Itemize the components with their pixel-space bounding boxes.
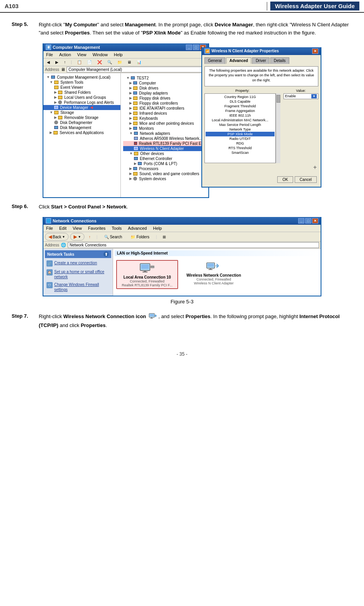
- nc-conn-wireless[interactable]: Wireless Network Connection Connected, F…: [183, 260, 245, 289]
- cm-tree-root[interactable]: ▼ Computer Management (Local): [43, 75, 120, 80]
- cm-toolbar-btn1[interactable]: 📋: [75, 59, 84, 65]
- props-tab-advanced[interactable]: Advanced: [226, 57, 252, 64]
- props-item-frame[interactable]: Frame Aggregation: [206, 108, 275, 113]
- dev-diskdrives[interactable]: ▶ Disk drives: [123, 86, 206, 91]
- props-item-rts[interactable]: RTS Threshold: [206, 146, 275, 150]
- cm-maximize-btn[interactable]: □: [193, 45, 199, 50]
- cm-menubar: File Action View Window Help: [43, 51, 208, 59]
- dev-monitors[interactable]: ▶ Monitors: [123, 126, 206, 131]
- props-item-ieee[interactable]: IEEE 802.11h: [206, 113, 275, 118]
- dev-ports[interactable]: ▶ Ports (COM & LPT): [123, 161, 206, 166]
- dev-realtek[interactable]: Realtek RTL8139 Family PCI Fast E...: [123, 141, 206, 146]
- props-item-nettype[interactable]: Network Type: [206, 127, 275, 132]
- props-value-col: Value: Enable ▼: [283, 89, 318, 163]
- cm-minimize-btn[interactable]: _: [186, 45, 192, 50]
- nc-view-btn[interactable]: ⊞: [160, 234, 168, 240]
- dev-netadap[interactable]: ▼ Network adapters: [123, 131, 206, 136]
- cm-tree-diskdefrag[interactable]: Disk Defragmenter: [43, 120, 120, 125]
- props-list-scrollbar[interactable]: [276, 93, 280, 163]
- cm-tree-removable[interactable]: ▶ Removable Storage: [43, 115, 120, 120]
- dev-displayadap[interactable]: ▶ Display adapters: [123, 91, 206, 96]
- cm-tree-sharedfolders[interactable]: ▶ Shared Folders: [43, 90, 120, 95]
- props-cancel-btn[interactable]: Cancel: [295, 176, 317, 183]
- props-item-radio[interactable]: Radio UT/DIT: [206, 136, 275, 141]
- cm-up-btn[interactable]: ↑: [62, 59, 68, 65]
- props-plus[interactable]: +: [204, 163, 318, 172]
- cm-toolbar-btn2[interactable]: 📄: [85, 59, 94, 65]
- cm-forward-btn[interactable]: ▶: [53, 59, 60, 65]
- props-item-dls[interactable]: DLS Capable: [206, 99, 275, 104]
- props-value-select[interactable]: Enable ▼: [283, 93, 318, 99]
- dev-other[interactable]: ▼ Other devices: [123, 151, 206, 156]
- cm-menu-action[interactable]: Action: [58, 52, 72, 57]
- nc-menu-view[interactable]: View: [72, 226, 83, 231]
- props-value-arrow[interactable]: ▼: [311, 94, 317, 98]
- nc-menu-favorites[interactable]: Favorites: [87, 226, 106, 231]
- nc-menu-advanced[interactable]: Advanced: [127, 226, 148, 231]
- cm-tree-devicemgr[interactable]: Device Manager ◀: [43, 105, 120, 110]
- dev-root[interactable]: ▼ TEST2: [123, 76, 206, 81]
- nc-close-btn[interactable]: ✕: [312, 218, 318, 224]
- props-item-maxservice[interactable]: Max Service Period Length: [206, 122, 275, 127]
- props-tab-general[interactable]: General: [204, 57, 225, 64]
- props-item-rdg[interactable]: RDG: [206, 141, 275, 146]
- cm-back-btn[interactable]: ◀: [45, 59, 52, 65]
- props-list[interactable]: Country Region 11G DLS Capable Fragment …: [204, 93, 276, 163]
- props-tab-driver[interactable]: Driver: [252, 57, 270, 64]
- nc-conn-local[interactable]: Local Area Connection 10 Connected, Fire…: [116, 260, 178, 289]
- nc-task-homenet[interactable]: 🏠 Set up a home or small office network: [45, 269, 111, 280]
- cm-toolbar-btn4[interactable]: 🔍: [105, 59, 114, 65]
- dev-infrared[interactable]: ▶ Infrared devices: [123, 111, 206, 116]
- nc-menu-help[interactable]: Help: [152, 226, 163, 231]
- cm-toolbar-btn5[interactable]: 📁: [115, 59, 124, 65]
- cm-tree-systemtools[interactable]: ▼ System Tools: [43, 80, 120, 85]
- props-close-btn[interactable]: ✕: [312, 48, 318, 54]
- dev-wireless-adapter[interactable]: Wireless N Client Adapter: [123, 146, 206, 151]
- cm-addr-comp-icon: 🖥: [61, 67, 65, 72]
- dev-dd-icon: [133, 86, 137, 90]
- nc-forward-btn[interactable]: ▶ ▼: [70, 233, 84, 241]
- dev-computer[interactable]: ▶ Computer: [123, 81, 206, 86]
- props-item-country[interactable]: Country Region 11G: [206, 95, 275, 99]
- nc-menu-edit[interactable]: Edit: [58, 226, 68, 231]
- nc-up-btn[interactable]: ↑: [86, 234, 93, 240]
- nc-menu-tools[interactable]: Tools: [111, 226, 123, 231]
- nc-menu-file[interactable]: File: [45, 226, 54, 231]
- dev-mice[interactable]: ▶ Mice and other pointing devices: [123, 121, 206, 126]
- cm-tree-services[interactable]: ▶ Services and Applications: [43, 130, 120, 135]
- props-tab-details[interactable]: Details: [270, 57, 289, 64]
- props-item-fragment[interactable]: Fragment Threshold: [206, 104, 275, 108]
- dev-proc[interactable]: ▶ Processors: [123, 166, 206, 171]
- cm-toolbar-btn7[interactable]: 📊: [135, 59, 143, 65]
- dev-sound[interactable]: ▶ Sound, video and game controllers: [123, 171, 206, 176]
- cm-toolbar-btn3[interactable]: ❌: [95, 59, 104, 65]
- cm-menu-view[interactable]: View: [76, 52, 88, 57]
- cm-tree-diskmgmt[interactable]: Disk Management: [43, 125, 120, 130]
- cm-menu-help[interactable]: Help: [113, 52, 124, 57]
- props-item-psp[interactable]: PSP Xlink Mode: [206, 132, 275, 136]
- nc-maximize-btn[interactable]: □: [305, 218, 311, 224]
- cm-menu-window[interactable]: Window: [91, 52, 109, 57]
- dev-keyboards[interactable]: ▶ Keyboards: [123, 116, 206, 121]
- cm-toolbar-btn6[interactable]: 🖥: [125, 59, 133, 65]
- cm-tree-localusers[interactable]: ▶ Local Users and Groups: [43, 95, 120, 100]
- props-item-local-admin[interactable]: Local Administration MAC Network...: [206, 118, 275, 122]
- cm-tree-perflogs[interactable]: ▶ Performance Logs and Alerts: [43, 100, 120, 105]
- nc-search-btn[interactable]: 🔍 Search: [101, 234, 126, 240]
- dev-floppyctrl[interactable]: ▶ Floppy disk controllers: [123, 101, 206, 106]
- dev-floppy[interactable]: ▶ Floppy disk drives: [123, 96, 206, 101]
- props-item-smartscan[interactable]: SmartScan: [206, 150, 275, 155]
- cm-tree-eventviewer[interactable]: Event Viewer: [43, 85, 120, 90]
- nc-minimize-btn[interactable]: _: [298, 218, 304, 224]
- dev-atheros[interactable]: Atheros AR5008 Wireless Network...: [123, 136, 206, 141]
- nc-folders-btn[interactable]: 📁 Folders: [127, 234, 153, 240]
- cm-menu-file[interactable]: File: [45, 52, 54, 57]
- dev-sysdev[interactable]: ▶ System devices: [123, 176, 206, 181]
- dev-ide[interactable]: ▶ IDE ATA/ATAPI controllers: [123, 106, 206, 111]
- props-ok-btn[interactable]: OK: [277, 176, 293, 183]
- nc-back-btn[interactable]: ◀ Back ▼: [45, 233, 69, 241]
- nc-task-newconn[interactable]: 🔗 Create a new connection: [45, 260, 111, 267]
- dev-ethctrl[interactable]: Ethernet Controller: [123, 156, 206, 161]
- cm-tree-storage[interactable]: ▼ Storage: [43, 110, 120, 115]
- nc-task-firewall[interactable]: 🛡 Change Windows Firewall settings: [45, 281, 111, 293]
